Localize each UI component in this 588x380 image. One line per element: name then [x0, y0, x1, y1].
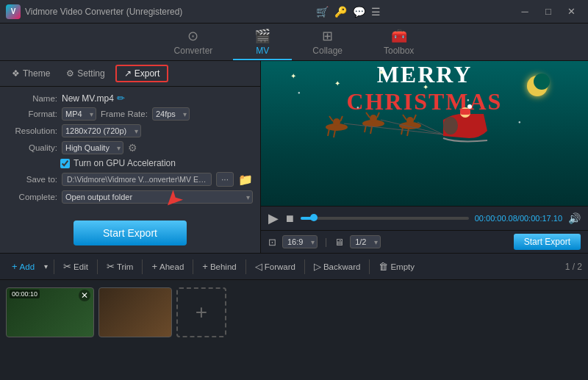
bottom-toolbar: + Add ▾ ✂ Edit ✂ Trim + Ahead + Behind ◁… [0, 253, 588, 279]
name-value: New MV.mp4 [62, 93, 114, 104]
add-clip-button[interactable]: + [176, 287, 226, 337]
gpu-checkbox[interactable] [60, 159, 70, 168]
setting-label: Setting [77, 68, 104, 79]
preview-canvas: ✦ ✦ ✦ ✦ ● ● ● ● ● [261, 61, 588, 206]
add-icon: + [12, 261, 18, 272]
add-clip-icon: + [196, 301, 207, 324]
behind-button[interactable]: + Behind [196, 259, 242, 274]
browse-button[interactable]: ··· [216, 172, 234, 187]
tab-collage-label: Collage [312, 46, 343, 56]
clip-2 [98, 287, 172, 337]
star-4: ✦ [423, 83, 429, 91]
tab-collage[interactable]: ⊞ Collage [292, 24, 363, 60]
tab-toolbox[interactable]: 🧰 Toolbox [363, 24, 434, 60]
ahead-icon: + [151, 261, 157, 272]
key-icon[interactable]: 🔑 [334, 6, 347, 18]
forward-icon: ◁ [255, 261, 262, 272]
folder-button[interactable]: 📁 [238, 173, 253, 187]
frame-rate-select[interactable]: 24fps [152, 107, 190, 121]
edit-name-icon[interactable]: ✏ [117, 93, 125, 104]
tab-mv[interactable]: 🎬 MV [233, 24, 292, 60]
toolbox-icon: 🧰 [391, 28, 407, 44]
svg-line-18 [344, 123, 443, 135]
chat-icon[interactable]: 💬 [353, 6, 365, 18]
cart-icon[interactable]: 🛒 [316, 6, 329, 18]
quality-select[interactable]: High Quality [62, 141, 123, 154]
edit-button[interactable]: ✂ Edit [57, 259, 94, 274]
preview-area: ✦ ✦ ✦ ✦ ● ● ● ● ● [261, 61, 588, 206]
left-panel: ❖ Theme ⚙ Setting ↗ Export Name: New MV.… [0, 61, 261, 253]
star-2: ✦ [334, 79, 340, 87]
minimize-button[interactable]: ─ [514, 4, 535, 20]
svg-point-13 [406, 117, 414, 124]
gpu-label: Turn on GPU Acceleration [74, 158, 176, 168]
start-export-button[interactable]: Start Export [74, 221, 187, 245]
volume-icon[interactable]: 🔊 [568, 212, 581, 224]
trim-icon: ✂ [107, 261, 115, 272]
add-dropdown-arrow[interactable]: ▾ [41, 260, 51, 273]
backward-button[interactable]: ▷ Backward [308, 259, 367, 274]
theme-button[interactable]: ❖ Theme [6, 66, 56, 81]
clip-1: 00:00:10 ✕ ▶ ✂ ⟺ ⋯ [6, 287, 94, 337]
empty-button[interactable]: 🗑 Empty [373, 259, 420, 274]
resolution-select-wrap: 1280x720 (720p) [62, 124, 141, 137]
forward-button[interactable]: ◁ Forward [249, 259, 301, 274]
moon [527, 76, 548, 96]
tab-converter[interactable]: ⊙ Converter [154, 24, 234, 60]
complete-row: Complete: Open output folder [7, 190, 253, 204]
svg-point-1 [333, 118, 340, 126]
svg-line-8 [366, 112, 370, 118]
tab-mv-label: MV [256, 46, 269, 56]
sep-4 [193, 259, 193, 274]
format-select[interactable]: MP4 [62, 107, 96, 121]
resolution-select[interactable]: 1280x720 (720p) [62, 124, 141, 137]
aspect-icon: ⊡ [268, 237, 276, 248]
svg-line-20 [417, 122, 443, 135]
sep-1 [54, 259, 54, 274]
theme-label: Theme [23, 68, 50, 79]
svg-line-14 [403, 115, 406, 120]
add-dropdown: + Add ▾ [6, 259, 51, 274]
start-export-right-button[interactable]: Start Export [514, 234, 581, 250]
converter-icon: ⊙ [187, 28, 198, 44]
top-nav: ⊙ Converter 🎬 MV ⊞ Collage 🧰 Toolbox [0, 24, 588, 61]
clips-select-wrap: 1/2 2/2 [350, 235, 381, 248]
add-button[interactable]: + Add [6, 259, 40, 274]
stop-button[interactable]: ⏹ [284, 212, 295, 224]
svg-line-3 [340, 116, 343, 121]
export-icon: ↗ [124, 68, 132, 79]
setting-button[interactable]: ⚙ Setting [60, 66, 110, 81]
clip-1-close[interactable]: ✕ [79, 290, 90, 301]
quality-gear-button[interactable]: ⚙ [128, 142, 137, 154]
sep-5 [245, 259, 246, 274]
svg-line-5 [334, 130, 335, 137]
star-3: ✦ [379, 68, 384, 76]
snow-3: ● [408, 76, 411, 80]
quality-select-wrap: High Quality [62, 141, 123, 154]
sep-6 [304, 259, 305, 274]
export-button[interactable]: ↗ Export [115, 65, 169, 82]
trim-button[interactable]: ✂ Trim [101, 259, 140, 274]
time-display: 00:00:00.08/00:00:17.10 [475, 214, 562, 223]
clips-select[interactable]: 1/2 2/2 [350, 235, 381, 248]
format-row: Format: MP4 Frame Rate: 24fps [7, 107, 253, 121]
complete-select[interactable]: Open output folder [62, 190, 253, 204]
progress-thumb [310, 214, 318, 221]
aspect-ratio-select[interactable]: 16:9 4:3 1:1 [282, 235, 318, 248]
menu-icon[interactable]: ☰ [371, 6, 381, 18]
ahead-button[interactable]: + Ahead [146, 259, 190, 274]
close-button[interactable]: ✕ [562, 4, 582, 20]
start-export-wrap: Start Export ➤ [0, 213, 260, 253]
progress-track[interactable] [301, 217, 469, 220]
complete-select-wrap: Open output folder [62, 190, 253, 204]
page-count: 1 / 2 [565, 262, 582, 272]
empty-label: Empty [390, 262, 415, 271]
star-1: ✦ [290, 72, 296, 80]
timeline: 00:00:10 ✕ ▶ ✂ ⟺ ⋯ + [0, 279, 588, 344]
play-button[interactable]: ▶ [268, 210, 279, 226]
maximize-button[interactable]: □ [538, 4, 559, 20]
svg-point-24 [443, 117, 458, 135]
titlebar-icons: 🛒 🔑 💬 ☰ [316, 6, 381, 18]
tab-converter-label: Converter [174, 46, 213, 56]
tab-toolbox-label: Toolbox [384, 46, 414, 56]
